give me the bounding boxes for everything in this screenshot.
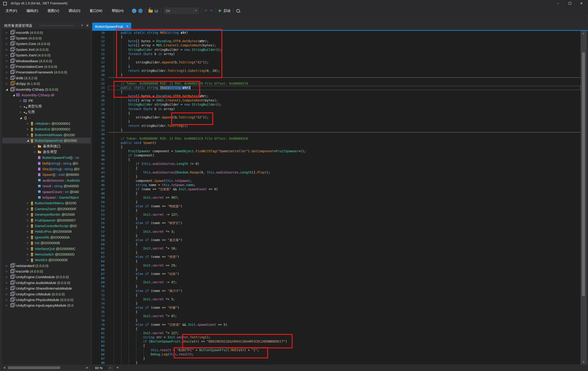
zoom-dropdown-icon[interactable]: ▼ (108, 365, 113, 371)
expander-icon[interactable]: ◢ (25, 139, 30, 142)
code-line[interactable]: 71 else if (name == "美汁汁") (92, 289, 580, 293)
panel-menu-icon[interactable]: ▼ (81, 22, 83, 29)
code-line[interactable]: 34 (92, 132, 580, 136)
expander-icon[interactable]: ▷ (18, 105, 23, 108)
code-line[interactable]: 48 { (92, 191, 580, 196)
expander-icon[interactable]: ▷ (25, 259, 30, 261)
tree-item[interactable]: ▷dnlib (3.3.2.0) (2, 75, 91, 81)
tree-item[interactable]: ▷UnityEngine.UIModule (0.0.0.0) (2, 291, 91, 297)
open-assembly-icon[interactable] (148, 10, 153, 13)
code-line[interactable]: 54 } (92, 217, 580, 221)
navigate-back-button[interactable]: ← (132, 9, 136, 13)
zoom-level-box[interactable]: 83 % (93, 365, 110, 371)
code-line[interactable]: 68 { (92, 276, 580, 280)
expander-icon[interactable]: ▷ (4, 82, 9, 85)
menu-debug[interactable]: 调试(D) (65, 7, 84, 15)
tree-item[interactable]: ▷DestroyerBorder @02000 (2, 212, 91, 217)
tree-item[interactable]: ▷CameraZoom @0200000F (2, 206, 91, 211)
tree-item[interactable]: result : string @040000 (2, 183, 91, 189)
menu-view[interactable]: 视图(V) (44, 7, 63, 15)
tree-item[interactable]: ▷netstandard (2.0.0.0) (2, 263, 91, 268)
code-line[interactable]: 56 { (92, 225, 580, 230)
tree-item[interactable]: ▷MenuSwitch @0200000D (2, 251, 91, 257)
code-line[interactable]: 83 if (ButtonSpawnFruit.Sha1(str) == "DD… (92, 340, 580, 344)
expander-icon[interactable]: ▷ (25, 202, 30, 204)
code-line[interactable]: 50 } (92, 200, 580, 204)
code-line[interactable]: 57 Init.secret *= 3; (92, 230, 580, 234)
code-line[interactable]: 38 FruitSpawner component = GameObject.F… (92, 149, 580, 153)
code-line[interactable]: 62 } (92, 251, 580, 255)
code-line[interactable]: 41 if (this.audioSources.Length != 0) (92, 162, 580, 166)
code-line[interactable]: 49 Init.secret += 997; (92, 196, 580, 200)
code-line[interactable]: 80 { (92, 327, 580, 331)
code-line[interactable]: 59 else if (name == "臭豆腐") (92, 238, 580, 242)
code-line[interactable]: 36 public void Spawn() (92, 141, 580, 145)
panel-close-icon[interactable]: ✕ (86, 22, 89, 29)
expander-icon[interactable]: ▷ (4, 60, 9, 62)
expander-icon[interactable]: ▷ (25, 247, 30, 250)
expander-icon[interactable]: ▷ (4, 276, 9, 278)
tree-item[interactable]: ▷<Module> @02000001 (2, 120, 91, 126)
tree-item[interactable]: ▷IgnoreRb @0200000A (2, 234, 91, 240)
code-line[interactable]: 77 Init.secret ^= 87; (92, 314, 580, 318)
tree-item[interactable]: ▷UnityEngine.PhysicsModule (0.0.0.0) (2, 297, 91, 302)
expander-icon[interactable]: ▷ (4, 71, 9, 73)
start-debug-icon[interactable] (219, 9, 222, 12)
code-line[interactable]: 84 { (92, 344, 580, 348)
code-line[interactable]: 53 Init.secret -= 127; (92, 213, 580, 217)
code-line[interactable]: 88 } (92, 361, 580, 364)
tree-item[interactable]: ▷dnSpy (6.1.8.0) (2, 81, 91, 87)
expander-icon[interactable]: ▷ (25, 219, 30, 221)
code-line[interactable]: 51 else if (name == "鸭屁股") (92, 204, 580, 209)
code-line[interactable]: 58 } (92, 234, 580, 238)
code-line[interactable]: 31 } (92, 120, 580, 124)
tree-item[interactable]: ▷引用 (2, 109, 91, 115)
tree-item[interactable]: ▷System.Core (4.0.0.0) (2, 41, 91, 47)
menu-help[interactable]: 帮助(H) (108, 7, 127, 15)
tree-item[interactable]: audioSources : AudioSo (2, 178, 91, 183)
scroll-right-icon[interactable]: ▶ (86, 366, 88, 369)
tab-close-icon[interactable]: ✕ (126, 25, 128, 28)
code-line[interactable]: 78 } (92, 319, 580, 323)
code-line[interactable]: 55 else if (name == "胡罗贝") (92, 221, 580, 225)
code-line[interactable]: 44 } (92, 175, 580, 179)
tree-item[interactable]: ▷派生类型 (2, 149, 91, 155)
code-line[interactable]: 45 component.Spawn(this.toSpawn); (92, 179, 580, 183)
tree-item[interactable]: ▷mscorlib (4.0.0.0) (2, 30, 91, 35)
code-line[interactable]: 52 { (92, 209, 580, 213)
tree-item[interactable]: Sha1(string) : string @0 (2, 166, 91, 172)
chevron-down-icon[interactable]: ▼ (194, 8, 198, 13)
code-line[interactable]: 42 { (92, 166, 580, 170)
tree-item[interactable]: Md5(string) : string @0 (2, 160, 91, 166)
scroll-left-icon[interactable]: ◀ (116, 366, 118, 369)
explorer-hscroll-thumb[interactable] (8, 366, 60, 369)
code-line[interactable]: 85 this.result = "BJDCTF{" + ButtonSpawn… (92, 348, 580, 352)
undo-icon[interactable]: ↶ (204, 8, 208, 13)
expander-icon[interactable]: ▷ (25, 128, 30, 130)
code-line[interactable]: 33 } (92, 128, 580, 132)
code-line[interactable]: 40 { (92, 158, 580, 162)
expander-icon[interactable]: ◢ (18, 116, 23, 119)
expander-icon[interactable]: ▷ (18, 111, 23, 113)
search-icon[interactable] (236, 9, 240, 13)
tree-item[interactable]: ▷ButtonSwitchMenu @0200 (2, 200, 91, 206)
expander-icon[interactable]: ▷ (4, 54, 9, 56)
code-line[interactable]: 69 Init.secret -= 47; (92, 280, 580, 284)
expander-icon[interactable]: ◢ (4, 88, 9, 91)
tree-item[interactable]: toSpawn : GameObject (2, 194, 91, 200)
code-line[interactable]: 32 return stringBuilder.ToString(); (92, 124, 580, 128)
expander-icon[interactable]: ◢ (11, 93, 16, 97)
tree-item[interactable]: ▷mscorlib (4.0.0.0) (2, 268, 91, 274)
expander-icon[interactable]: ▷ (4, 31, 9, 34)
expander-icon[interactable]: ▷ (4, 37, 9, 40)
minimize-button[interactable]: – (553, 0, 564, 7)
language-combobox[interactable]: C# ▼ (164, 8, 199, 14)
explorer-hscrollbar[interactable]: ◀ ▶ (2, 365, 91, 371)
tree-item[interactable]: ▷UnityEngine.CoreModule (0.0.0.0) (2, 274, 91, 280)
tree-item[interactable]: ▷PE (2, 98, 91, 103)
tree-item[interactable]: spawnCount : int @040 (2, 189, 91, 194)
code-line[interactable]: 65 Init.secret += 29; (92, 263, 580, 268)
tree-item[interactable]: ▷System.Xaml (4.0.0.0) (2, 52, 91, 58)
panel-drag-grip[interactable] (40, 25, 75, 26)
expander-icon[interactable]: ▷ (25, 213, 30, 216)
